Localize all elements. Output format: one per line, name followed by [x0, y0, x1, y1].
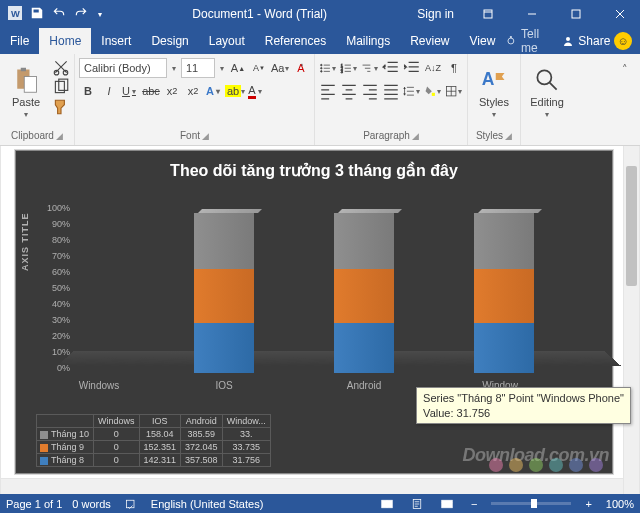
tab-insert[interactable]: Insert	[91, 28, 141, 54]
save-icon[interactable]	[30, 6, 44, 23]
tab-design[interactable]: Design	[141, 28, 198, 54]
italic-button[interactable]: I	[100, 82, 118, 100]
align-left-icon[interactable]	[319, 82, 337, 100]
chart-data-table[interactable]: Windows IOS Android Window... Tháng 10 0…	[36, 414, 271, 467]
copy-icon[interactable]	[52, 78, 70, 96]
line-spacing-icon[interactable]: ▾	[403, 82, 421, 100]
y-tick: 80%	[36, 235, 70, 245]
spellcheck-icon[interactable]	[121, 498, 141, 510]
align-right-icon[interactable]	[361, 82, 379, 100]
tab-home[interactable]: Home	[39, 28, 91, 54]
editing-button[interactable]: Editing▾	[525, 56, 569, 128]
document-area: Theo dõi tăng trưởng 3 tháng gần đây AXI…	[0, 146, 640, 494]
chart-title[interactable]: Theo dõi tăng trưởng 3 tháng gần đây	[16, 151, 612, 186]
scrollbar-vertical[interactable]	[623, 146, 639, 494]
qat-customize-icon[interactable]: ▾	[96, 10, 104, 19]
grow-font-icon[interactable]: A▲	[229, 59, 247, 77]
font-name-combo[interactable]: Calibri (Body)	[79, 58, 167, 78]
y-tick: 60%	[36, 267, 70, 277]
redo-icon[interactable]	[74, 6, 88, 23]
superscript-button[interactable]: x2	[184, 82, 202, 100]
multilevel-list-icon[interactable]: ▾	[361, 59, 379, 77]
tab-review[interactable]: Review	[400, 28, 459, 54]
dialog-launcher-icon[interactable]: ◢	[56, 131, 63, 141]
svg-point-6	[566, 37, 570, 41]
sort-icon[interactable]: A↓Z	[424, 59, 442, 77]
strikethrough-button[interactable]: abc	[142, 82, 160, 100]
zoom-level[interactable]: 100%	[606, 498, 634, 510]
svg-rect-27	[442, 500, 453, 508]
tab-layout[interactable]: Layout	[199, 28, 255, 54]
tab-view[interactable]: View	[460, 28, 506, 54]
subscript-button[interactable]: x2	[163, 82, 181, 100]
dialog-launcher-icon[interactable]: ◢	[412, 131, 419, 141]
text-effects-icon[interactable]: A▾	[205, 82, 223, 100]
bar-android[interactable]	[334, 205, 394, 373]
group-editing: Editing▾	[521, 54, 573, 145]
align-center-icon[interactable]	[340, 82, 358, 100]
styles-button[interactable]: A Styles▾	[472, 56, 516, 128]
maximize-icon[interactable]	[556, 0, 596, 28]
bold-button[interactable]: B	[79, 82, 97, 100]
paste-button[interactable]: Paste ▾	[4, 56, 48, 128]
word-count[interactable]: 0 words	[72, 498, 111, 510]
web-layout-icon[interactable]	[437, 498, 457, 510]
axis-title[interactable]: AXIS TITLE	[20, 212, 30, 271]
show-marks-icon[interactable]: ¶	[445, 59, 463, 77]
zoom-out-icon[interactable]: −	[467, 498, 481, 510]
format-painter-icon[interactable]	[52, 98, 70, 116]
feedback-smiley-icon[interactable]: ☺	[614, 32, 632, 50]
y-tick: 20%	[36, 331, 70, 341]
y-tick: 0%	[36, 363, 70, 373]
close-icon[interactable]	[600, 0, 640, 28]
language-status[interactable]: English (United States)	[151, 498, 264, 510]
group-font: Calibri (Body)▾ 11▾ A▲ A▼ Aa▾ Aͦ B I U▾ …	[75, 54, 315, 145]
shrink-font-icon[interactable]: A▼	[250, 59, 268, 77]
bar-windows-phone[interactable]	[474, 205, 534, 373]
svg-text:3: 3	[341, 69, 343, 74]
zoom-slider[interactable]	[491, 502, 571, 505]
dialog-launcher-icon[interactable]: ◢	[202, 131, 209, 141]
justify-icon[interactable]	[382, 82, 400, 100]
font-color-icon[interactable]: A▾	[247, 82, 265, 100]
collapse-ribbon-icon[interactable]: ˄	[616, 60, 634, 78]
y-tick: 70%	[36, 251, 70, 261]
shading-icon[interactable]: ▾	[424, 82, 442, 100]
read-mode-icon[interactable]	[377, 498, 397, 510]
font-size-combo[interactable]: 11	[181, 58, 215, 78]
y-tick: 40%	[36, 299, 70, 309]
tell-me-search[interactable]: Tell me	[505, 27, 558, 55]
bullets-icon[interactable]: ▾	[319, 59, 337, 77]
print-layout-icon[interactable]	[407, 498, 427, 510]
group-paragraph: ▾ 123▾ ▾ A↓Z ¶ ▾ ▾ ▾	[315, 54, 468, 145]
page-status[interactable]: Page 1 of 1	[6, 498, 62, 510]
bar-ios[interactable]	[194, 205, 254, 373]
decrease-indent-icon[interactable]	[382, 59, 400, 77]
ribbon-tabs: File Home Insert Design Layout Reference…	[0, 28, 640, 54]
undo-icon[interactable]	[52, 6, 66, 23]
plot-area[interactable]: Windows IOS Android Window... 0%10%20%30…	[74, 189, 604, 387]
underline-button[interactable]: U▾	[121, 82, 139, 100]
cut-icon[interactable]	[52, 58, 70, 76]
xcat-ios: IOS	[189, 380, 259, 391]
numbering-icon[interactable]: 123▾	[340, 59, 358, 77]
svg-rect-5	[510, 36, 512, 38]
increase-indent-icon[interactable]	[403, 59, 421, 77]
tab-references[interactable]: References	[255, 28, 336, 54]
text-highlight-icon[interactable]: ab▾	[226, 82, 244, 100]
sign-in-link[interactable]: Sign in	[407, 7, 464, 21]
y-tick: 30%	[36, 315, 70, 325]
scrollbar-horizontal[interactable]	[1, 478, 623, 494]
zoom-in-icon[interactable]: +	[581, 498, 595, 510]
borders-icon[interactable]: ▾	[445, 82, 463, 100]
ribbon-display-icon[interactable]	[468, 0, 508, 28]
chart-object[interactable]: Theo dõi tăng trưởng 3 tháng gần đây AXI…	[15, 150, 613, 474]
dialog-launcher-icon[interactable]: ◢	[505, 131, 512, 141]
tab-file[interactable]: File	[0, 28, 39, 54]
change-case-icon[interactable]: Aa▾	[271, 59, 289, 77]
tab-mailings[interactable]: Mailings	[336, 28, 400, 54]
share-button[interactable]: Share	[562, 34, 610, 48]
status-bar: Page 1 of 1 0 words English (United Stat…	[0, 494, 640, 513]
clear-formatting-icon[interactable]: Aͦ	[292, 59, 310, 77]
minimize-icon[interactable]	[512, 0, 552, 28]
